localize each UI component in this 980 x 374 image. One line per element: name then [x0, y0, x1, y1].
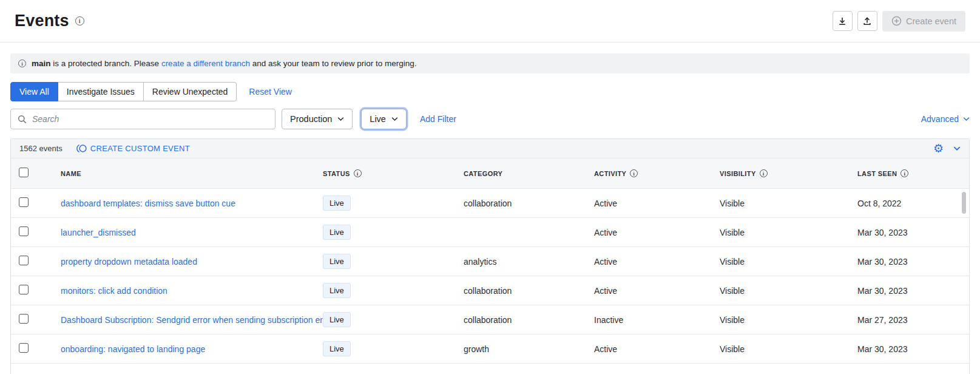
last-seen-cell: Mar 27, 2023: [857, 315, 969, 325]
visibility-cell: Visible: [720, 344, 857, 354]
last-seen-cell: Mar 30, 2023: [857, 286, 969, 296]
last-seen-cell: Mar 30, 2023: [857, 228, 969, 237]
table-body: dashboard templates: dismiss save button…: [11, 189, 969, 364]
environment-dropdown[interactable]: Production: [282, 109, 353, 129]
view-tabs: View All Investigate Issues Review Unexp…: [10, 82, 970, 101]
table-row: onboarding: navigated to landing page Li…: [11, 335, 969, 364]
last-seen-cell: Mar 30, 2023: [857, 257, 969, 267]
visibility-cell: Visible: [720, 257, 857, 267]
category-cell: collaboration: [464, 286, 594, 296]
branch-name: main: [32, 59, 51, 68]
download-icon: [837, 16, 847, 26]
page-title: Events: [15, 12, 69, 30]
status-badge: Live: [323, 195, 351, 211]
table-row: dashboard templates: dismiss save button…: [11, 189, 969, 218]
tab-review-unexpected[interactable]: Review Unexpected: [144, 82, 237, 101]
download-button[interactable]: [833, 11, 853, 31]
event-name-link[interactable]: monitors: click add condition: [61, 286, 323, 296]
activity-cell: Active: [594, 286, 720, 296]
category-cell: collaboration: [464, 315, 594, 325]
col-status[interactable]: STATUSi: [323, 169, 464, 177]
activity-cell: Active: [594, 344, 720, 354]
search-input[interactable]: [32, 114, 268, 124]
select-all-checkbox[interactable]: [19, 168, 29, 177]
table-header-row: NAME STATUSi CATEGORY ACTIVITYi VISIBILI…: [11, 158, 969, 189]
create-event-label: Create event: [906, 16, 956, 26]
activity-cell: Active: [594, 199, 720, 208]
row-checkbox[interactable]: [19, 226, 29, 236]
visibility-cell: Visible: [720, 199, 857, 208]
row-checkbox[interactable]: [19, 256, 29, 265]
create-branch-link[interactable]: create a different branch: [161, 59, 250, 68]
visibility-cell: Visible: [720, 228, 857, 237]
event-name-link[interactable]: dashboard templates: dismiss save button…: [61, 199, 323, 208]
col-category[interactable]: CATEGORY: [464, 170, 594, 177]
status-info-icon[interactable]: i: [354, 169, 362, 177]
last-seen-cell: Oct 8, 2022: [857, 199, 969, 208]
table-row: Dashboard Subscription: Sendgrid error w…: [11, 305, 969, 335]
tab-view-all[interactable]: View All: [10, 82, 58, 101]
chevron-down-icon: [963, 117, 970, 121]
col-name[interactable]: NAME: [61, 170, 323, 177]
event-name-link[interactable]: Dashboard Subscription: Sendgrid error w…: [61, 315, 323, 325]
table-row: monitors: click add condition Live colla…: [11, 276, 969, 305]
activity-cell: Active: [594, 228, 720, 237]
chevron-down-icon: [391, 117, 398, 121]
status-badge: Live: [323, 225, 351, 240]
banner-text: main is a protected branch. Please creat…: [32, 59, 417, 68]
upload-button[interactable]: [857, 11, 877, 31]
activity-cell: Active: [594, 257, 720, 267]
table-row: launcher_dismissed Live Active Visible M…: [11, 218, 969, 247]
activity-info-icon[interactable]: i: [630, 169, 638, 177]
top-bar: Events i Create event: [0, 0, 980, 42]
gear-icon[interactable]: ⚙: [933, 143, 944, 154]
table-scrollbar[interactable]: [962, 192, 966, 214]
category-cell: analytics: [464, 257, 594, 267]
event-name-link[interactable]: launcher_dismissed: [61, 228, 323, 237]
chevron-down-icon: [337, 117, 344, 121]
last-seen-info-icon[interactable]: i: [901, 169, 908, 177]
last-seen-cell: Mar 30, 2023: [857, 344, 969, 354]
table-toolbar: 1562 events CREATE CUSTOM EVENT ⚙: [11, 139, 969, 158]
reset-view-link[interactable]: Reset View: [249, 87, 292, 97]
search-icon: [18, 115, 27, 124]
row-checkbox[interactable]: [19, 343, 29, 353]
status-badge: Live: [323, 283, 351, 299]
create-event-button[interactable]: Create event: [882, 11, 965, 32]
event-name-link[interactable]: property dropdown metadata loaded: [61, 257, 323, 267]
table-collapse-chevron-icon[interactable]: [953, 146, 961, 151]
events-count: 1562 events: [19, 144, 63, 153]
advanced-dropdown[interactable]: Advanced: [921, 114, 970, 124]
events-table: 1562 events CREATE CUSTOM EVENT ⚙ NAME S…: [10, 138, 970, 374]
add-filter-link[interactable]: Add Filter: [420, 114, 456, 124]
upload-icon: [862, 16, 872, 26]
plus-circle-icon: [891, 16, 902, 26]
visibility-cell: Visible: [720, 286, 857, 296]
row-checkbox[interactable]: [19, 285, 29, 294]
row-checkbox[interactable]: [19, 314, 29, 324]
status-badge: Live: [323, 254, 351, 270]
search-input-wrap: [10, 109, 275, 129]
tab-investigate-issues[interactable]: Investigate Issues: [58, 82, 144, 101]
col-visibility[interactable]: VISIBILITYi: [720, 169, 857, 177]
protected-branch-banner: i main is a protected branch. Please cre…: [10, 53, 970, 73]
visibility-info-icon[interactable]: i: [760, 169, 768, 177]
visibility-cell: Visible: [720, 315, 857, 325]
banner-info-icon: i: [18, 59, 26, 67]
row-checkbox[interactable]: [19, 197, 29, 207]
table-row: property dropdown metadata loaded Live a…: [11, 247, 969, 276]
category-cell: growth: [464, 344, 594, 354]
col-last-seen[interactable]: LAST SEENi: [857, 169, 969, 177]
status-badge: Live: [323, 341, 351, 357]
page-title-info-icon[interactable]: i: [75, 16, 84, 25]
status-badge: Live: [323, 312, 351, 328]
custom-event-icon: [76, 144, 87, 153]
status-dropdown[interactable]: Live: [361, 109, 407, 129]
create-custom-event-link[interactable]: CREATE CUSTOM EVENT: [76, 144, 190, 153]
filter-bar: Production Live Add Filter Advanced: [10, 109, 970, 129]
activity-cell: Inactive: [594, 315, 720, 325]
category-cell: collaboration: [464, 199, 594, 208]
partial-next-row: [11, 364, 969, 374]
col-activity[interactable]: ACTIVITYi: [594, 169, 720, 177]
event-name-link[interactable]: onboarding: navigated to landing page: [61, 344, 323, 354]
